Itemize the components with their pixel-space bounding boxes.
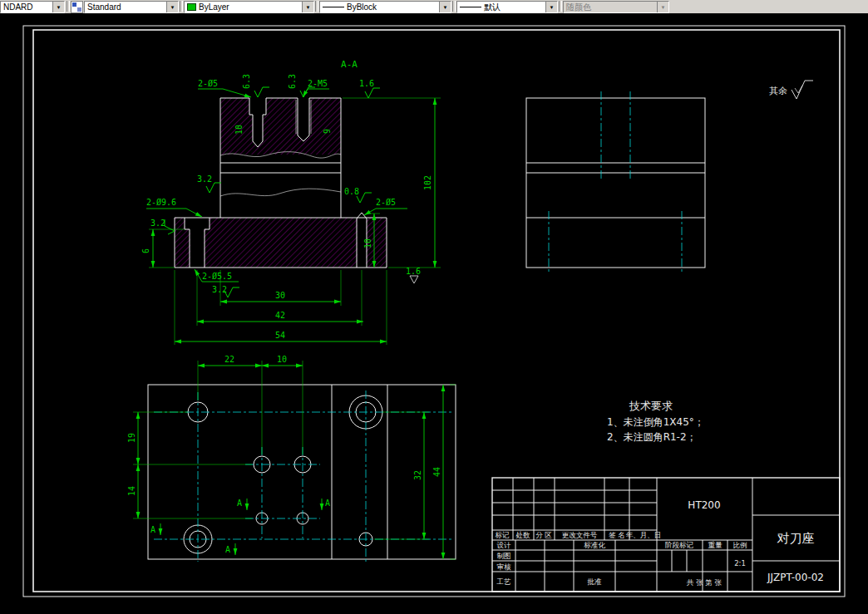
- label-2xd55: 2-Ø5.5: [202, 272, 232, 281]
- toolbar-separator: [67, 1, 70, 12]
- middle-outline: [220, 163, 341, 218]
- color-dropdown-arrow[interactable]: ▼: [302, 2, 313, 12]
- lineweight-combo[interactable]: 默认 ▼: [456, 1, 558, 13]
- side-view-outline: [526, 98, 705, 268]
- roughness-08: 0.8: [344, 187, 359, 196]
- dim-cbore-depth: 10: [234, 125, 244, 135]
- lineweight-glyph: [460, 7, 481, 7]
- finish-triangle-icon: [410, 276, 418, 283]
- linetype-glyph: [323, 7, 344, 7]
- extension-lines: [133, 361, 456, 559]
- roughness-16-top: 1.6: [359, 79, 374, 88]
- dim-10: 10: [363, 238, 372, 248]
- field-scale: 比例: [733, 541, 747, 549]
- title-block: 标记 处数 分 区 更改文件号 签 名 年、月、日 设计 制图 审核 工艺 标准…: [492, 478, 840, 592]
- dim-14: 14: [127, 486, 136, 496]
- leader-2xd5-top: [223, 89, 251, 97]
- text-style-combo[interactable]: Standard ▼: [84, 1, 179, 13]
- roughness-32-mid: 3.2: [197, 174, 212, 184]
- dim-thread-depth: 9: [323, 129, 332, 134]
- header-count: 处数: [516, 531, 531, 539]
- field-stage-mark: 阶段标记: [665, 541, 694, 549]
- header-signature: 签 名: [609, 531, 625, 539]
- dim-32: 32: [413, 470, 422, 480]
- section-letter: A: [150, 525, 155, 534]
- dim-102: 102: [423, 175, 432, 190]
- dim-10p: 10: [277, 355, 287, 364]
- dim-style-value: NDARD: [1, 2, 52, 12]
- toolbar-separator: [315, 1, 318, 12]
- plot-style-combo: 随颜色 ▼: [563, 1, 669, 13]
- roughness-icon: [206, 183, 221, 193]
- label-2xd5-top: 2-Ø5: [198, 79, 218, 88]
- dim-style-dropdown-arrow[interactable]: ▼: [52, 2, 64, 12]
- tech-req-item-2: 2、未注圆角R1-2；: [607, 431, 697, 443]
- text-style-dropdown-arrow[interactable]: ▼: [166, 2, 178, 12]
- label-2xd96: 2-Ø9.6: [146, 198, 176, 207]
- plan-inner-edges: [332, 385, 387, 559]
- outer-border: [23, 26, 845, 597]
- lineweight-dropdown-arrow[interactable]: ▼: [545, 2, 557, 12]
- text-style-value: Standard: [85, 2, 166, 12]
- linetype-dropdown-arrow[interactable]: ▼: [439, 2, 451, 12]
- icon-pixel: [72, 2, 76, 7]
- scale-value: 2:1: [734, 559, 746, 567]
- role-process: 工艺: [496, 577, 512, 586]
- dim-22: 22: [224, 355, 234, 364]
- linetype-combo[interactable]: ByBlock ▼: [319, 1, 451, 13]
- header-zone: 分 区: [535, 531, 552, 539]
- plot-style-value: 随颜色: [564, 2, 657, 13]
- drawing-number: JJZPT-00-02: [767, 572, 824, 583]
- lineweight-value: 默认: [484, 2, 501, 13]
- dim-style-combo[interactable]: NDARD ▼: [0, 1, 65, 13]
- role-standardize: 标准化: [584, 541, 605, 549]
- color-combo[interactable]: ByLayer ▼: [184, 1, 314, 13]
- roughness-63b: 6.3: [288, 74, 297, 89]
- roughness-63a: 6.3: [242, 74, 251, 89]
- header-date: 年、月、日: [626, 531, 662, 539]
- part-name: 对刀座: [777, 531, 815, 546]
- color-value: ByLayer: [199, 2, 229, 12]
- dim-44: 44: [432, 467, 441, 477]
- section-letter: A: [237, 499, 242, 508]
- dim-42: 42: [275, 311, 285, 320]
- surface-note-label: 其余: [769, 86, 787, 96]
- roughness-32-left: 3.2: [150, 219, 165, 228]
- label-2xd5-right: 2-Ø5: [376, 198, 396, 207]
- tech-req-item-1: 1、未注倒角1X45°；: [607, 416, 704, 428]
- header-mark: 标记: [496, 531, 510, 539]
- role-design: 设计: [497, 541, 512, 549]
- side-view-edges: [526, 163, 705, 218]
- side-view: [526, 91, 705, 274]
- plan-outline: [148, 385, 456, 559]
- plan-view: [148, 385, 456, 562]
- properties-toolbar: NDARD ▼ Standard ▼ ByLayer ▼ ByBlock ▼ 默…: [0, 0, 868, 14]
- roughness-icon: [365, 88, 380, 98]
- section-letter: A: [325, 499, 330, 508]
- field-weight: 重量: [708, 541, 723, 549]
- technical-requirements: 技术要求 1、未注倒角1X45°； 2、未注圆角R1-2；: [607, 400, 704, 443]
- field-sheets: 共 张 第 张: [686, 578, 723, 587]
- break-wave-middle: [220, 189, 341, 196]
- side-view-centerlines: [549, 91, 682, 274]
- material-value: HT200: [688, 499, 720, 511]
- drawing-canvas[interactable]: 102 30 42 54 6 10 10 9 2-Ø5 2-M5 2-Ø9.6 …: [0, 13, 868, 614]
- text-style-icon[interactable]: [71, 1, 83, 13]
- section-label-aa: A-A: [341, 59, 358, 70]
- roughness-default-icon: [792, 81, 813, 99]
- surface-finish-note: 其余: [769, 81, 813, 99]
- icon-pixel: [77, 7, 81, 12]
- cad-drawing: 102 30 42 54 6 10 10 9 2-Ø5 2-M5 2-Ø9.6 …: [0, 13, 868, 614]
- plot-style-dropdown-arrow: ▼: [657, 2, 668, 12]
- color-swatch-green: [187, 3, 196, 11]
- drawing-frame: [23, 26, 845, 597]
- section-letter: A: [225, 545, 230, 554]
- leader-2xd55: [195, 269, 202, 282]
- roughness-16-bottom: 1.6: [406, 267, 421, 276]
- plan-holes: [184, 395, 382, 553]
- roughness-icon: [165, 219, 175, 234]
- leader-2xd96: [186, 209, 202, 217]
- plan-view-dimensions: 22 10 19 14 32 44 A A A A: [127, 355, 456, 559]
- roughness-32-bottom: 3.2: [212, 285, 227, 294]
- header-change-file: 更改文件号: [562, 531, 598, 539]
